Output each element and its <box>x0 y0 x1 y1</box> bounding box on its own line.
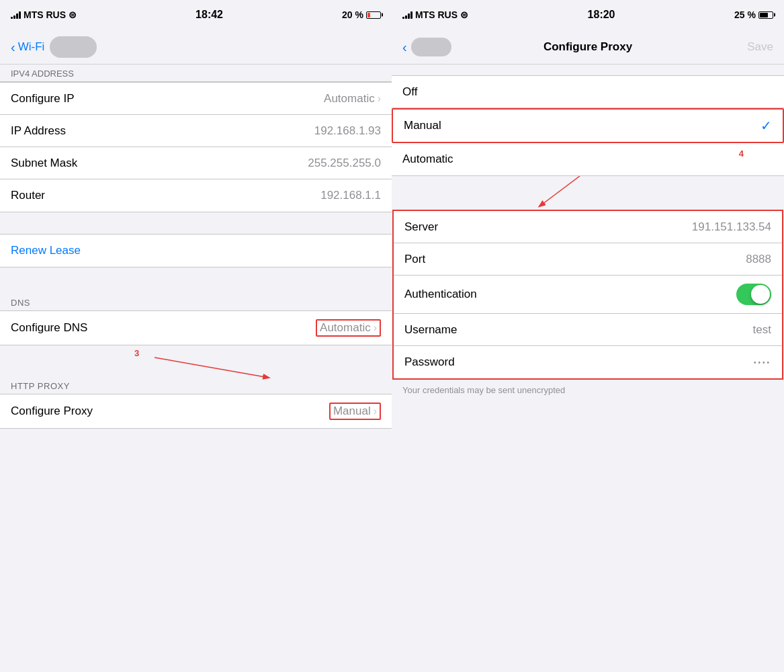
username-row[interactable]: Username test <box>394 314 782 346</box>
proxy-off-row[interactable]: Off <box>392 76 784 108</box>
renew-lease-button[interactable]: Renew Lease <box>0 234 392 267</box>
page-title-right: Configure Proxy <box>543 40 632 54</box>
server-settings-section: Server 191.151.133.54 Port 8888 Authenti… <box>392 210 783 380</box>
configure-ip-chevron: › <box>378 93 381 105</box>
back-chevron-left: ‹ <box>11 40 15 54</box>
server-row[interactable]: Server 191.151.133.54 <box>394 211 782 243</box>
gap-1 <box>0 212 392 234</box>
gap-3: 3 <box>0 345 392 372</box>
proxy-auto-label: Automatic <box>402 153 453 166</box>
configure-ip-label: Configure IP <box>11 92 75 106</box>
status-right-left: 20 % <box>342 9 381 20</box>
battery-pct-left: 20 % <box>342 9 363 20</box>
nav-pill-right <box>411 38 451 56</box>
ip-settings-section: Configure IP Automatic › IP Address 192.… <box>0 82 392 212</box>
configure-proxy-outlined: Manual › <box>329 403 381 420</box>
back-button-right[interactable]: ‹ <box>402 38 451 56</box>
signal-icon-right <box>402 11 412 19</box>
ip-address-label: IP Address <box>11 124 66 138</box>
subnet-mask-row: Subnet Mask 255.255.255.0 <box>0 147 392 179</box>
port-value: 8888 <box>746 253 771 266</box>
router-value: 192.168.1.1 <box>320 189 381 202</box>
battery-pct-right: 25 % <box>734 9 756 20</box>
status-right-right: 25 % <box>734 9 773 20</box>
time-left: 18:42 <box>195 9 223 21</box>
authentication-row[interactable]: Authentication <box>394 276 782 314</box>
arrow-area <box>392 176 784 210</box>
toggle-knob <box>751 285 770 304</box>
ip-address-value: 192.168.1.93 <box>314 124 381 138</box>
proxy-manual-row[interactable]: Manual ✓ <box>392 108 784 143</box>
port-row[interactable]: Port 8888 <box>394 243 782 276</box>
router-label: Router <box>11 189 45 202</box>
subnet-mask-label: Subnet Mask <box>11 157 77 170</box>
arrow-3 <box>67 352 202 386</box>
dns-section-header: DNS <box>0 289 392 310</box>
battery-icon-right <box>758 11 773 19</box>
dns-label: DNS <box>11 298 30 308</box>
proxy-manual-check: ✓ <box>760 118 772 134</box>
top-spacer-right <box>392 65 784 75</box>
server-label: Server <box>404 220 438 234</box>
proxy-mode-section: Off Manual ✓ Automatic 4 <box>392 75 784 176</box>
proxy-manual-label: Manual <box>404 119 441 132</box>
back-label-left: Wi-Fi <box>18 40 45 54</box>
authentication-toggle[interactable] <box>736 284 771 305</box>
configure-proxy-row[interactable]: Configure Proxy Manual › <box>0 394 392 428</box>
carrier-right: MTS RUS <box>415 9 458 20</box>
authentication-label: Authentication <box>404 288 477 301</box>
port-label: Port <box>404 253 425 266</box>
signal-icon <box>11 11 21 19</box>
configure-ip-row[interactable]: Configure IP Automatic › <box>0 83 392 115</box>
annotation-4: 4 <box>739 149 744 159</box>
right-panel: MTS RUS ⊜ 18:20 25 % ‹ Configure Proxy S… <box>392 0 784 672</box>
back-chevron-right: ‹ <box>402 40 407 54</box>
nav-pill-left <box>50 36 97 58</box>
carrier-left: MTS RUS <box>24 9 66 20</box>
ip-address-row: IP Address 192.168.1.93 <box>0 115 392 147</box>
dns-section: Configure DNS Automatic › <box>0 310 392 345</box>
subnet-mask-value: 255.255.255.0 <box>308 157 381 170</box>
svg-line-3 <box>539 176 580 206</box>
status-bar-left: MTS RUS ⊜ 18:42 20 % <box>0 0 392 30</box>
configure-proxy-label: Configure Proxy <box>11 405 93 418</box>
status-left: MTS RUS ⊜ <box>11 9 77 20</box>
status-bar-right: MTS RUS ⊜ 18:20 25 % <box>392 0 784 30</box>
bottom-gap-left <box>0 429 392 469</box>
proxy-off-label: Off <box>402 85 417 99</box>
password-value: •••• <box>754 359 771 366</box>
footnote-text: Your credentials may be sent unencrypted <box>402 385 565 395</box>
arrow-4 <box>526 176 728 210</box>
configure-dns-label: Configure DNS <box>11 321 87 335</box>
server-value: 191.151.133.54 <box>692 220 771 234</box>
nav-bar-left: ‹ Wi-Fi <box>0 30 392 65</box>
content-right: Off Manual ✓ Automatic 4 <box>392 65 784 672</box>
configure-dns-chevron: › <box>374 322 377 334</box>
wifi-icon: ⊜ <box>69 9 77 20</box>
time-right: 18:20 <box>588 9 615 21</box>
password-label: Password <box>404 355 455 369</box>
proxy-auto-row[interactable]: Automatic 4 <box>392 143 784 175</box>
nav-bar-right: ‹ Configure Proxy Save <box>392 30 784 65</box>
content-left: IPV4 ADDRESS Configure IP Automatic › IP… <box>0 65 392 672</box>
configure-proxy-chevron: › <box>374 405 377 417</box>
status-left-right: MTS RUS ⊜ <box>402 9 468 20</box>
configure-ip-value: Automatic › <box>324 92 381 106</box>
configure-dns-outlined: Automatic › <box>316 319 381 337</box>
http-proxy-label: HTTP PROXY <box>11 381 70 391</box>
footnote: Your credentials may be sent unencrypted <box>392 380 784 401</box>
username-label: Username <box>404 323 457 337</box>
router-row: Router 192.168.1.1 <box>0 179 392 212</box>
save-button[interactable]: Save <box>747 40 773 54</box>
configure-proxy-value: Manual › <box>329 403 381 420</box>
configure-dns-row[interactable]: Configure DNS Automatic › <box>0 311 392 345</box>
configure-dns-value: Automatic › <box>316 319 381 337</box>
left-panel: MTS RUS ⊜ 18:42 20 % ‹ Wi-Fi IPV4 ADDRES… <box>0 0 392 672</box>
wifi-icon-right: ⊜ <box>460 9 468 20</box>
ipv4-header: IPV4 ADDRESS <box>0 65 392 82</box>
back-button-left[interactable]: ‹ Wi-Fi <box>11 40 44 54</box>
password-row[interactable]: Password •••• <box>394 346 782 378</box>
server-section-inner: Server 191.151.133.54 Port 8888 Authenti… <box>394 211 782 378</box>
gap-2 <box>0 267 392 289</box>
proxy-section: Configure Proxy Manual › <box>0 394 392 429</box>
